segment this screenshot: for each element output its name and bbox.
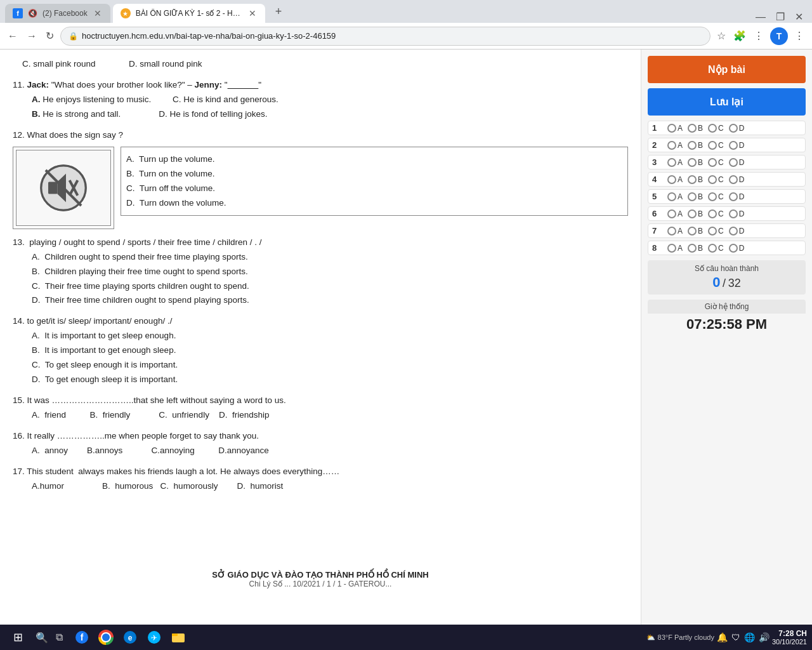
window-minimize[interactable]: —	[752, 11, 769, 23]
taskbar-app-flight[interactable]: ✈	[143, 626, 166, 649]
tab-facebook-close[interactable]: ✕	[93, 7, 103, 20]
radio-3-d[interactable]: D	[729, 158, 745, 167]
answer-num-8: 8	[652, 243, 664, 253]
answer-row-8: 8 A B C D	[648, 241, 806, 255]
question-16-options: A. annoy B.annoys C.annoying D.annoyance	[32, 444, 628, 458]
taskbar-app-ie[interactable]: f	[70, 626, 93, 649]
radio-7-b[interactable]: B	[688, 227, 703, 235]
radio-4-c[interactable]: C	[708, 175, 724, 184]
stats-total: 32	[728, 277, 741, 289]
radio-8-a[interactable]: A	[667, 244, 683, 253]
option-17-c: C. humorously	[160, 481, 218, 491]
menu-icon[interactable]: ⋮	[792, 27, 807, 44]
question-11-text: 11. Jack: "What does your brother look l…	[13, 78, 628, 93]
option-13-a: A. Children ought to spend their free ti…	[32, 250, 628, 265]
weather-info: ⛅ 83°F Partly cloudy	[646, 633, 714, 642]
taskbar-search-button[interactable]: 🔍	[33, 629, 51, 646]
radio-group-6: A B C D	[667, 209, 744, 218]
new-tab-button[interactable]: +	[270, 5, 287, 18]
forward-button[interactable]: →	[24, 28, 39, 44]
footer-org-name: SỞ GIÁO DỤC VÀ ĐÀO TẠO THÀNH PHỐ HỒ CHÍ …	[13, 570, 628, 580]
window-restore[interactable]: ❐	[772, 11, 789, 23]
more-icon[interactable]: ⋮	[751, 27, 766, 44]
tab-exam-title: BÀI ÔN GIỮA KỲ 1- số 2 - Hệ thố...	[136, 9, 242, 18]
radio-1-c[interactable]: C	[708, 124, 724, 133]
radio-2-d[interactable]: D	[729, 141, 745, 150]
radio-3-c[interactable]: C	[708, 158, 724, 167]
option-15-b: B. friendly	[90, 410, 131, 420]
radio-6-c[interactable]: C	[708, 209, 724, 218]
question-fragment: C. small pink round D. small round pink	[13, 57, 628, 72]
tab-exam[interactable]: ★ BÀI ÔN GIỮA KỲ 1- số 2 - Hệ thố... ✕	[113, 4, 265, 23]
radio-7-d[interactable]: D	[729, 227, 745, 235]
browser-titlebar: f 🔇 (2) Facebook ✕ ★ BÀI ÔN GIỮA KỲ 1- s…	[0, 0, 812, 23]
taskbar-app-folder[interactable]	[167, 626, 190, 649]
reload-button[interactable]: ↻	[43, 27, 56, 44]
luu-lai-button[interactable]: Lưu lại	[648, 88, 806, 116]
network-icon[interactable]: 🌐	[744, 632, 755, 642]
radio-8-b[interactable]: B	[688, 244, 703, 253]
answer-grid: 1 A B C D 2 A B C D	[648, 121, 806, 255]
question-14: 14. to get/it is/ sleep/ important/ enou…	[13, 314, 628, 387]
start-button[interactable]: ⊞	[5, 627, 30, 647]
svg-point-10	[102, 633, 110, 641]
radio-group-4: A B C D	[667, 175, 744, 184]
radio-1-a[interactable]: A	[667, 124, 683, 133]
question-12-text: 12. What does the sign say ?	[13, 128, 628, 143]
radio-6-d[interactable]: D	[729, 209, 745, 218]
radio-1-d[interactable]: D	[729, 124, 745, 133]
taskbar-app-edge[interactable]: e	[119, 626, 141, 649]
radio-5-d[interactable]: D	[729, 192, 745, 201]
option-12-a: A. Turn up the volume.	[126, 152, 622, 167]
answer-row-2: 2 A B C D	[648, 138, 806, 152]
radio-4-a[interactable]: A	[667, 175, 683, 184]
radio-2-a[interactable]: A	[667, 141, 683, 150]
radio-3-a[interactable]: A	[667, 158, 683, 167]
toolbar-icons: ☆ 🧩 ⋮	[714, 27, 766, 44]
radio-8-d[interactable]: D	[729, 244, 745, 253]
radio-8-c[interactable]: C	[708, 244, 724, 253]
radio-group-7: A B C D	[667, 227, 744, 235]
radio-2-c[interactable]: C	[708, 141, 724, 150]
radio-2-b[interactable]: B	[688, 141, 703, 150]
radio-5-b[interactable]: B	[688, 192, 703, 201]
option-12-d: D. Turn down the volume.	[126, 196, 622, 211]
radio-7-a[interactable]: A	[667, 227, 683, 235]
nop-bai-button[interactable]: Nộp bài	[648, 56, 806, 83]
option-13-c: C. Their free time playing sports childr…	[32, 279, 628, 294]
radio-1-b[interactable]: B	[688, 124, 703, 133]
bookmark-icon[interactable]: ☆	[714, 27, 728, 44]
radio-4-b[interactable]: B	[688, 175, 703, 184]
radio-group-5: A B C D	[667, 192, 744, 201]
tab-exam-close[interactable]: ✕	[247, 7, 258, 20]
tray-time[interactable]: 7:28 CH 30/10/2021	[772, 629, 807, 646]
option-14-a: A. It is important to get sleep enough.	[32, 329, 628, 343]
option-14-d: D. To get enough sleep it is important.	[32, 373, 628, 387]
task-view-button[interactable]: ⧉	[53, 629, 65, 646]
taskbar-app-chrome[interactable]	[95, 626, 117, 649]
question-15-options: A. friend B. friendly C. unfriendly D. f…	[32, 408, 628, 423]
volume-icon[interactable]: 🔊	[759, 632, 769, 642]
option-14-c: C. To get sleep enough it is important.	[32, 358, 628, 373]
question-16: 16. It really ……………..me when people forg…	[13, 429, 628, 458]
question-13: 13. playing / ought to spend / sports / …	[13, 235, 628, 308]
address-bar[interactable]: 🔒 hoctructuyen.hcm.edu.vn/bai-tap-ve-nha…	[60, 27, 710, 46]
extension-icon[interactable]: 🧩	[731, 27, 749, 44]
user-avatar[interactable]: T	[770, 27, 788, 45]
radio-3-b[interactable]: B	[688, 158, 703, 167]
radio-7-c[interactable]: C	[708, 227, 724, 235]
window-close[interactable]: ✕	[791, 11, 807, 23]
browser-content: C. small pink round D. small round pink …	[0, 50, 812, 625]
answer-row-5: 5 A B C D	[648, 189, 806, 204]
back-button[interactable]: ←	[5, 28, 20, 44]
muted-speaker-icon	[38, 162, 89, 213]
radio-6-b[interactable]: B	[688, 209, 703, 218]
notification-icon[interactable]: 🔔	[717, 632, 728, 642]
radio-4-d[interactable]: D	[729, 175, 745, 184]
radio-6-a[interactable]: A	[667, 209, 683, 218]
question-15-text: 15. It was ………………………..that she left with…	[13, 394, 628, 408]
tab-audio-icon: 🔇	[28, 9, 37, 18]
tab-facebook[interactable]: f 🔇 (2) Facebook ✕	[5, 4, 110, 23]
radio-5-a[interactable]: A	[667, 192, 683, 201]
radio-5-c[interactable]: C	[708, 192, 724, 201]
